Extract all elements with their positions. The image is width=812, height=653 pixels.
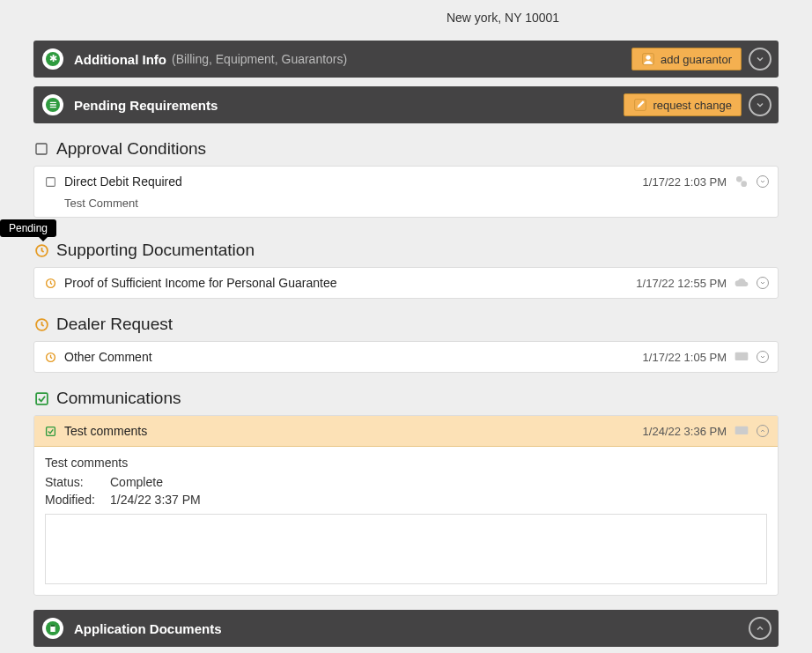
additional-expand-toggle[interactable] [749, 48, 771, 70]
svg-rect-9 [36, 144, 47, 154]
communications-heading: Communications [33, 389, 779, 408]
address-line: New york, NY 10001 [227, 0, 779, 41]
svg-rect-17 [735, 352, 749, 360]
add-guarantor-label: add guarantor [661, 53, 732, 66]
application-documents-title: Application Documents [74, 621, 222, 636]
approval-conditions-heading: Approval Conditions [33, 139, 779, 159]
additional-info-title: Additional Info [74, 52, 166, 67]
pending-requirements-title: Pending Requirements [74, 98, 218, 113]
supporting-item-title: Proof of Sufficient Income for Personal … [64, 276, 336, 290]
svg-rect-19 [46, 427, 55, 435]
approval-item-comment: Test Comment [34, 197, 778, 217]
dealer-item-toggle[interactable] [757, 351, 769, 363]
comms-modified-label: Modified: [45, 493, 110, 507]
comms-item-title: Test comments [64, 424, 147, 438]
approval-item-toggle[interactable] [757, 175, 769, 188]
clock-icon [43, 350, 57, 364]
clock-icon [43, 276, 57, 290]
supporting-doc-heading: Supporting Documentation [33, 241, 779, 260]
comms-status-value: Complete [110, 475, 163, 489]
additional-info-panel: ✱ Additional Info (Billing, Equipment, G… [33, 41, 779, 78]
svg-point-11 [736, 176, 742, 182]
dealer-item-time: 1/17/22 1:05 PM [643, 351, 727, 364]
clock-icon [33, 242, 49, 258]
clock-icon [33, 316, 49, 332]
document-icon [42, 618, 63, 639]
keyboard-icon[interactable] [734, 423, 749, 439]
pencil-icon [633, 98, 647, 112]
cloud-upload-icon[interactable] [734, 275, 749, 291]
asterisk-icon: ✱ [42, 48, 63, 70]
checkbox-empty-icon[interactable] [43, 174, 57, 189]
supporting-item-toggle[interactable] [757, 277, 769, 289]
checkbox-checked-icon [43, 424, 57, 438]
request-change-button[interactable]: request change [624, 93, 742, 116]
request-change-label: request change [653, 99, 732, 112]
comms-item-time: 1/24/22 3:36 PM [643, 425, 727, 438]
comms-text-area[interactable] [45, 514, 767, 584]
comms-item-toggle[interactable] [757, 425, 769, 437]
supporting-item: Proof of Sufficient Income for Personal … [33, 267, 779, 299]
svg-rect-18 [36, 393, 48, 404]
comms-detail-title: Test comments [45, 456, 767, 470]
add-guarantor-button[interactable]: add guarantor [631, 48, 742, 70]
dealer-request-title: Dealer Request [56, 315, 173, 334]
list-icon [42, 94, 63, 115]
svg-rect-23 [50, 625, 55, 627]
pending-expand-toggle[interactable] [749, 93, 771, 116]
person-icon [641, 52, 655, 66]
approval-item-time: 1/17/22 1:03 PM [643, 175, 727, 189]
keyboard-icon[interactable] [734, 349, 749, 365]
approval-item-title: Direct Debit Required [64, 174, 182, 189]
additional-info-subtitle: (Billing, Equipment, Guarantors) [172, 52, 347, 66]
checkbox-checked-icon [33, 390, 49, 406]
svg-point-12 [741, 181, 747, 187]
svg-point-3 [646, 56, 651, 60]
svg-rect-20 [735, 427, 749, 434]
dealer-item: Other Comment 1/17/22 1:05 PM [33, 341, 779, 373]
pending-requirements-panel: Pending Requirements request change [33, 86, 779, 123]
comms-status-label: Status: [45, 475, 110, 489]
documents-collapse-toggle[interactable] [749, 617, 771, 640]
gears-icon[interactable] [734, 174, 749, 189]
dealer-item-title: Other Comment [64, 350, 152, 364]
application-documents-panel: Application Documents [33, 610, 779, 647]
svg-text:✱: ✱ [49, 53, 57, 63]
communications-title: Communications [56, 389, 181, 408]
svg-rect-10 [46, 177, 55, 186]
pending-tooltip: Pending [0, 219, 56, 237]
supporting-doc-title: Supporting Documentation [56, 241, 255, 260]
approval-conditions-title: Approval Conditions [56, 139, 206, 159]
checkbox-empty-icon [33, 141, 49, 157]
dealer-request-heading: Dealer Request [33, 315, 779, 334]
approval-item: Direct Debit Required 1/17/22 1:03 PM Te… [33, 166, 779, 218]
supporting-item-time: 1/17/22 12:55 PM [636, 277, 727, 290]
comms-modified-value: 1/24/22 3:37 PM [110, 493, 201, 507]
comms-item: Test comments 1/24/22 3:36 PM Test comme… [33, 415, 779, 596]
